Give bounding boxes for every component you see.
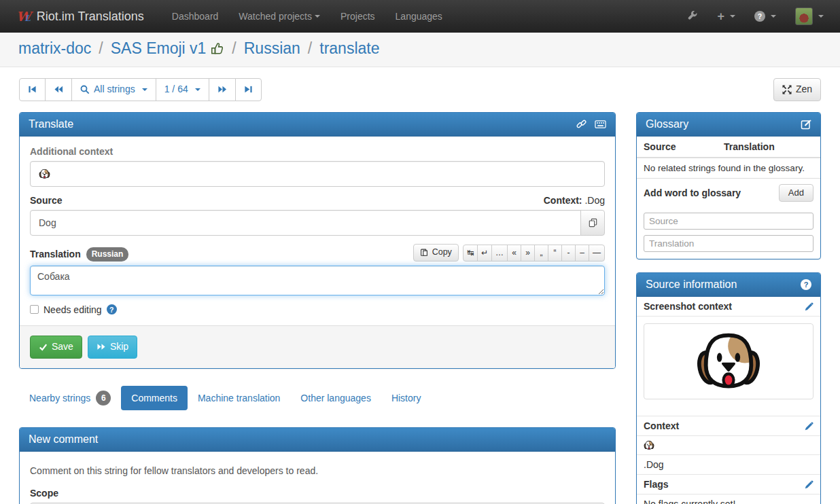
navbar-menu: Dashboard Watched projects Projects Lang… xyxy=(162,0,453,33)
flags-value-row: No flags currently set! xyxy=(637,494,820,504)
additional-context-box xyxy=(30,161,605,187)
translate-panel: Translate Additional context Sou xyxy=(19,112,616,369)
string-nav-group: All strings 1 / 64 xyxy=(19,78,262,101)
nav-item-projects[interactable]: Projects xyxy=(330,0,385,33)
glossary-title: Glossary xyxy=(646,118,688,130)
screenshot-area xyxy=(637,317,820,416)
last-string-button[interactable] xyxy=(235,78,262,101)
step-backward-icon xyxy=(28,85,37,94)
needs-editing-checkbox[interactable] xyxy=(30,305,39,314)
special-char-ellipsis[interactable]: … xyxy=(491,245,508,262)
skip-button[interactable]: Skip xyxy=(88,336,137,359)
tab-other-languages[interactable]: Other languages xyxy=(290,386,381,410)
scope-label: Scope xyxy=(30,488,605,499)
source-info-body: Screenshot context Context xyxy=(637,297,820,504)
comment-description: Comment on this string for fellow transl… xyxy=(30,465,605,476)
glossary-header: Glossary xyxy=(637,113,820,137)
breadcrumb-language[interactable]: Russian xyxy=(244,39,300,58)
dog-emoji-small xyxy=(39,168,50,179)
first-string-button[interactable] xyxy=(19,78,46,101)
detail-tabs: Nearby strings 6 Comments Machine transl… xyxy=(19,384,616,412)
screenshot-image-box[interactable] xyxy=(644,323,813,399)
nav-item-watched-projects[interactable]: Watched projects xyxy=(228,0,330,33)
special-chars-group: ↹ ↵ … « » „ “ - – — xyxy=(463,245,605,262)
context-key: Context: .Dog xyxy=(544,195,605,206)
source-string-field[interactable] xyxy=(30,210,581,236)
edit-context-icon[interactable] xyxy=(805,422,813,431)
screenshot-context-row: Screenshot context xyxy=(637,297,820,317)
breadcrumb-page[interactable]: translate xyxy=(319,39,379,58)
additional-context-label: Additional context xyxy=(30,146,605,157)
special-char-raquo[interactable]: » xyxy=(521,245,535,262)
breadcrumb-project[interactable]: matrix-doc xyxy=(18,39,91,58)
glossary-add-button[interactable]: Add xyxy=(779,184,813,202)
tab-nearby-strings[interactable]: Nearby strings 6 xyxy=(19,384,121,412)
new-comment-body: Comment on this string for fellow transl… xyxy=(20,452,615,504)
edit-flags-icon[interactable] xyxy=(805,480,813,489)
glossary-source-input[interactable] xyxy=(644,213,813,230)
special-char-laquo[interactable]: « xyxy=(507,245,521,262)
breadcrumb-component[interactable]: SAS Emoji v1 xyxy=(111,39,207,58)
keyboard-shortcuts-icon[interactable] xyxy=(595,120,606,129)
help-icon: ? xyxy=(754,11,765,22)
glossary-empty-text: No related strings found in the glossary… xyxy=(637,158,820,179)
wrench-icon xyxy=(687,11,698,22)
next-string-button[interactable] xyxy=(209,78,236,101)
special-char-low-quote[interactable]: „ xyxy=(534,245,548,262)
position-dropdown-button[interactable]: 1 / 64 xyxy=(156,78,209,101)
nav-item-dashboard[interactable]: Dashboard xyxy=(162,0,229,33)
special-char-hyphen[interactable]: - xyxy=(561,245,576,262)
app-brand[interactable]: WL Riot.im Translations xyxy=(16,9,144,24)
plus-icon: + xyxy=(717,10,724,24)
step-forward-icon xyxy=(244,85,253,94)
clipboard-icon xyxy=(420,248,428,257)
language-badge: Russian xyxy=(86,247,129,262)
glossary-body: Source Translation No related strings fo… xyxy=(637,137,820,259)
caret-down-icon xyxy=(818,15,824,18)
admin-wrench-icon[interactable] xyxy=(687,11,698,22)
glossary-translation-input[interactable] xyxy=(644,235,813,252)
manage-glossary-icon[interactable] xyxy=(801,119,811,130)
nav-item-languages[interactable]: Languages xyxy=(385,0,453,33)
translation-textarea[interactable]: Собака xyxy=(30,266,605,295)
fast-forward-icon xyxy=(217,85,227,94)
skip-forward-icon xyxy=(97,342,106,351)
special-char-endash[interactable]: – xyxy=(575,245,589,262)
weblate-logo: WL xyxy=(16,9,31,24)
tab-comments[interactable]: Comments xyxy=(121,386,188,410)
dog-emoji-screenshot xyxy=(695,330,763,393)
special-char-high-quote[interactable]: “ xyxy=(548,245,562,262)
needs-editing-help-icon[interactable]: ? xyxy=(107,304,117,314)
caret-down-icon xyxy=(142,88,147,91)
brand-title: Riot.im Translations xyxy=(37,10,144,24)
save-button[interactable]: Save xyxy=(30,336,82,359)
search-filter-button[interactable]: All strings xyxy=(71,78,156,101)
copy-pages-icon xyxy=(589,218,597,228)
source-info-help-icon[interactable]: ? xyxy=(801,279,811,290)
tab-history[interactable]: History xyxy=(381,386,432,410)
translate-panel-footer: Save Skip xyxy=(20,325,615,368)
edit-screenshot-icon[interactable] xyxy=(805,302,813,311)
previous-string-button[interactable] xyxy=(45,78,72,101)
translate-panel-title: Translate xyxy=(29,118,73,130)
add-menu[interactable]: + xyxy=(717,10,735,24)
breadcrumb: matrix-doc / SAS Emoji v1 / Russian / tr… xyxy=(0,33,840,67)
tab-machine-translation[interactable]: Machine translation xyxy=(188,386,290,410)
user-menu[interactable] xyxy=(795,7,824,25)
check-icon xyxy=(39,343,48,351)
thumbs-up-icon xyxy=(211,41,224,59)
special-char-emdash[interactable]: — xyxy=(589,245,605,262)
translate-panel-header: Translate xyxy=(20,113,615,137)
permalink-icon[interactable] xyxy=(576,119,587,129)
special-char-tab[interactable]: ↹ xyxy=(463,245,478,262)
help-menu[interactable]: ? xyxy=(754,11,776,22)
special-char-newline[interactable]: ↵ xyxy=(477,245,492,262)
copy-source-button[interactable] xyxy=(580,210,605,236)
context-row: Context xyxy=(637,416,820,436)
zen-expand-icon xyxy=(782,85,792,94)
zen-mode-button[interactable]: Zen xyxy=(773,78,821,101)
new-comment-panel: New comment Comment on this string for f… xyxy=(19,427,616,504)
context-key-row: .Dog xyxy=(637,455,820,475)
copy-button[interactable]: Copy xyxy=(413,244,459,262)
nearby-count-badge: 6 xyxy=(96,391,111,406)
